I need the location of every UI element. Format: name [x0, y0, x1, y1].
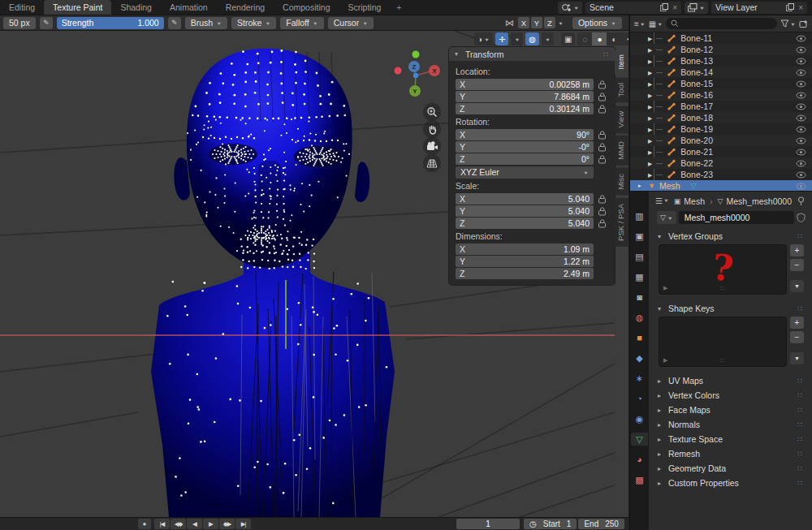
properties-tab[interactable]: ◕ [631, 453, 648, 466]
axis-ball-negx[interactable] [395, 67, 402, 75]
shape-keys-list[interactable]: ▶ ∷ [659, 317, 787, 367]
add-shape-key-button[interactable]: + [790, 317, 804, 329]
location-field[interactable]: X0.00258 m [456, 79, 594, 90]
dimension-field[interactable]: X1.09 m [456, 243, 594, 255]
perspective-ortho-button[interactable] [423, 154, 441, 172]
properties-tab[interactable]: ◍ [631, 311, 648, 324]
rotation-field[interactable]: X90° [456, 129, 594, 140]
expand-icon[interactable]: ▸ [648, 33, 652, 43]
overlays-toggle[interactable]: ◍ [525, 32, 539, 45]
filter-dropdown[interactable]: ▼ [780, 19, 796, 28]
scale-field[interactable]: Z5.040 [456, 218, 594, 229]
visibility-eye-icon[interactable] [796, 183, 806, 190]
dimension-field[interactable]: Y1.22 m [456, 256, 594, 267]
xray-toggle[interactable]: ▣ [561, 32, 575, 45]
expand-icon[interactable]: ▸ [648, 45, 652, 54]
collapsed-panel-header[interactable]: ▸ Normals ∷ [650, 417, 810, 432]
expand-icon[interactable]: ▸ [648, 67, 652, 77]
lock-icon[interactable] [594, 104, 610, 114]
lock-icon[interactable] [594, 194, 610, 204]
mirror-axis-toggle[interactable]: Z [544, 17, 555, 28]
outliner-row[interactable]: ▸ ▼ Bone-17 ▽ [630, 101, 812, 112]
expand-icon[interactable]: ▸ [648, 101, 652, 111]
mirror-axis-toggle[interactable]: Y [531, 17, 542, 28]
outliner-row[interactable]: ▸ ▼ Bone-11 ▽ [630, 32, 812, 44]
expand-icon[interactable]: ▸ [648, 136, 652, 145]
rotation-mode-dropdown[interactable]: XYZ Euler▼ [456, 166, 594, 179]
sidebar-tab[interactable]: MMD [615, 136, 628, 166]
navigation-gizmo[interactable]: Z X Y [388, 44, 447, 102]
pan-tool-button[interactable] [423, 120, 441, 138]
visibility-eye-icon[interactable] [796, 80, 806, 88]
sidebar-tab[interactable]: Tool [615, 77, 628, 102]
workspace-tab[interactable]: Shading [111, 0, 161, 15]
properties-tab[interactable]: ◆ [631, 351, 648, 364]
vertex-groups-header[interactable]: ▾ Vertex Groups ∷ [650, 229, 810, 243]
outliner-row[interactable]: ▸ ▼ Bone-22 ▽ [630, 157, 812, 169]
transform-panel-header[interactable]: ▾ Transform ∷ [449, 47, 615, 61]
properties-tab[interactable]: ▦ [631, 270, 648, 283]
visibility-eye-icon[interactable] [796, 171, 806, 179]
close-icon[interactable]: × [672, 3, 677, 12]
shape-key-specials-menu[interactable]: ▼ [790, 352, 804, 364]
scale-field[interactable]: Y5.040 [456, 205, 594, 217]
mesh-name-field[interactable]: Mesh_mesh0000 [679, 211, 794, 224]
panel-grip[interactable]: ∷ [603, 50, 609, 58]
panel-grip[interactable]: ∷ [797, 435, 803, 443]
lock-icon[interactable] [594, 142, 610, 152]
visibility-eye-icon[interactable] [796, 58, 806, 65]
sidebar-tab[interactable]: View [615, 106, 628, 133]
collapsed-panel-header[interactable]: ▸ Geometry Data ∷ [650, 461, 810, 476]
outliner-row[interactable]: ▸ ▼ Bone-16 ▽ [630, 89, 812, 101]
visibility-eye-icon[interactable] [796, 103, 806, 110]
panel-grip[interactable]: ∷ [797, 450, 803, 458]
viewport-3d[interactable]: ◑▼ ✛ ▼ ◍ ▼ ▣ ◌ ● ◐ ◓ ▼ [0, 31, 628, 517]
editor-type-dropdown[interactable]: ☰▼ [655, 196, 669, 205]
expand-icon[interactable]: ▸ [648, 79, 652, 88]
outliner-row[interactable]: ▸ ▼ Bone-12 ▽ [630, 44, 812, 55]
auto-keying-button[interactable]: ● [138, 519, 151, 529]
properties-tab[interactable]: ▤ [631, 250, 648, 263]
new-collection-button[interactable] [799, 19, 808, 28]
rotation-field[interactable]: Y-0° [456, 141, 594, 153]
radius-pressure-toggle[interactable]: ✎ [40, 17, 53, 29]
properties-tab[interactable]: ▣ [631, 230, 648, 243]
workspace-tab[interactable]: Animation [161, 0, 217, 15]
remove-vertex-group-button[interactable]: − [790, 259, 804, 271]
scale-field[interactable]: X5.040 [456, 193, 594, 205]
gizmos-dropdown[interactable]: ▼ [511, 32, 523, 45]
breadcrumb-data[interactable]: ▽Mesh_mesh0000 [718, 196, 792, 206]
panel-grip[interactable]: ∷ [797, 232, 803, 240]
panel-grip[interactable]: ∷ [797, 304, 803, 312]
scene-browse-button[interactable]: ▼ [558, 2, 582, 14]
workspace-tab[interactable]: Rendering [217, 0, 274, 15]
collapsed-panel-header[interactable]: ▸ Vertex Colors ∷ [650, 388, 810, 403]
list-filter-toggle[interactable]: ▶ [663, 285, 667, 291]
rotation-field[interactable]: Z0° [456, 153, 594, 165]
options-menu[interactable]: Options▼ [572, 17, 622, 29]
current-frame-field[interactable]: 1 [456, 519, 520, 529]
scene-selector[interactable]: Scene × [585, 2, 681, 14]
strength-pressure-toggle[interactable]: ✎ [168, 17, 181, 29]
new-scene-icon[interactable] [660, 3, 668, 11]
properties-tab[interactable]: ◉ [631, 412, 648, 425]
frame-start-field[interactable]: ◷ Start 1 [524, 519, 577, 529]
expand-icon[interactable]: ▸ [648, 147, 652, 157]
outliner-search-input[interactable] [666, 18, 777, 29]
shading-solid-button[interactable]: ● [592, 32, 607, 45]
new-view-layer-icon[interactable] [786, 3, 794, 11]
filter-id-dropdown[interactable]: ▦▼ [649, 19, 663, 28]
breadcrumb-object[interactable]: ▣Mesh [674, 196, 705, 206]
frame-end-field[interactable]: End 250 [578, 519, 624, 529]
lock-icon[interactable] [594, 206, 610, 216]
outliner-row[interactable]: ▸ ▼ Bone-18 ▽ [630, 112, 812, 123]
playback-button[interactable]: |◀ [154, 519, 170, 529]
outliner-row[interactable]: ▸ ▼ Bone-23 ▽ [630, 169, 812, 180]
workspace-tab[interactable]: Compositing [274, 0, 339, 15]
workspace-tab[interactable]: + [390, 0, 408, 15]
vertex-group-specials-menu[interactable]: ▼ [790, 280, 804, 292]
camera-view-button[interactable] [423, 137, 441, 155]
list-resize-grip[interactable]: ∷ [720, 285, 725, 292]
gizmos-toggle[interactable]: ✛ [495, 32, 508, 45]
lock-icon[interactable] [594, 218, 610, 228]
